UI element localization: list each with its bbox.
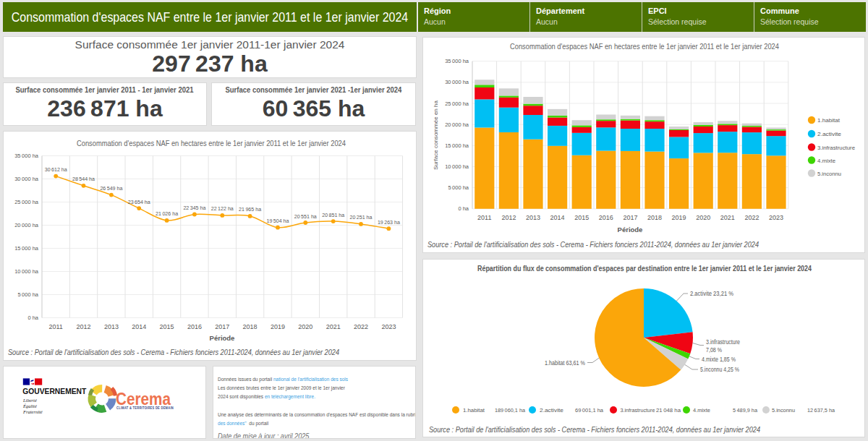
svg-text:2023: 2023	[769, 214, 783, 221]
svg-text:2018: 2018	[647, 214, 662, 221]
svg-text:2020: 2020	[298, 323, 312, 330]
svg-text:2020: 2020	[696, 214, 710, 221]
svg-text:20 000 ha: 20 000 ha	[445, 121, 469, 128]
svg-text:25 000 ha: 25 000 ha	[14, 199, 39, 205]
svg-text:7,08 %: 7,08 %	[706, 346, 722, 354]
svg-text:20 851 ha: 20 851 ha	[322, 212, 345, 218]
svg-text:Égalité: Égalité	[22, 403, 38, 408]
svg-text:2019: 2019	[271, 323, 285, 330]
svg-text:10 000 ha: 10 000 ha	[14, 268, 39, 275]
svg-text:2017: 2017	[215, 323, 229, 330]
svg-text:21 026 ha: 21 026 ha	[156, 210, 179, 217]
svg-text:Liberté: Liberté	[22, 398, 38, 403]
svg-text:69 001,1 ha: 69 001,1 ha	[575, 407, 604, 414]
svg-text:189 060,1 ha: 189 060,1 ha	[495, 407, 525, 414]
svg-text:2015: 2015	[160, 323, 174, 330]
svg-text:2.activite: 2.activite	[540, 407, 564, 414]
svg-text:2012: 2012	[76, 323, 90, 330]
svg-text:2011: 2011	[477, 214, 491, 221]
svg-text:30 612 ha: 30 612 ha	[45, 166, 68, 173]
svg-text:Source : Portail de l'artifici: Source : Portail de l'artificialisation …	[429, 425, 760, 434]
svg-text:2023: 2023	[381, 323, 396, 330]
svg-text:35 000 ha: 35 000 ha	[14, 153, 39, 159]
svg-text:2016: 2016	[187, 323, 202, 330]
svg-text:15 000 ha: 15 000 ha	[445, 142, 469, 149]
svg-text:GOUVERNEMENT: GOUVERNEMENT	[22, 387, 86, 395]
svg-text:2012: 2012	[501, 214, 516, 221]
svg-text:21 048 ha: 21 048 ha	[656, 407, 681, 414]
svg-text:2015: 2015	[574, 214, 589, 221]
svg-text:5.inconnu: 5.inconnu	[817, 171, 841, 177]
svg-text:2013: 2013	[104, 323, 119, 330]
svg-text:4.mixte 1,85 %: 4.mixte 1,85 %	[702, 356, 736, 363]
svg-text:2016: 2016	[599, 214, 613, 221]
svg-text:Source : Portail de l'artifici: Source : Portail de l'artificialisation …	[8, 348, 339, 356]
svg-text:4.mixte: 4.mixte	[693, 407, 711, 414]
svg-text:Consommation d'espaces NAF en: Consommation d'espaces NAF en hectares e…	[510, 42, 779, 51]
svg-text:2021: 2021	[720, 214, 735, 221]
svg-text:2022: 2022	[354, 323, 368, 330]
svg-text:Surface consommée en ha: Surface consommée en ha	[433, 100, 439, 170]
svg-text:4.mixte: 4.mixte	[817, 158, 836, 164]
svg-text:2018: 2018	[243, 323, 258, 330]
svg-text:5 000 ha: 5 000 ha	[17, 291, 38, 298]
svg-text:21 965 ha: 21 965 ha	[239, 206, 262, 213]
svg-text:5 489,9 ha: 5 489,9 ha	[733, 407, 757, 414]
svg-text:2014: 2014	[550, 214, 565, 221]
svg-text:0 ha: 0 ha	[27, 314, 38, 321]
svg-text:2013: 2013	[526, 214, 540, 221]
svg-text:2021: 2021	[326, 323, 341, 330]
svg-text:23 654 ha: 23 654 ha	[128, 199, 151, 205]
svg-text:Fraternité: Fraternité	[22, 409, 43, 414]
svg-text:3.infrastructure: 3.infrastructure	[706, 338, 740, 346]
svg-text:CLIMAT & TERRITOIRES DE DEMAIN: CLIMAT & TERRITOIRES DE DEMAIN	[116, 406, 174, 410]
svg-text:20 000 ha: 20 000 ha	[14, 222, 39, 228]
svg-text:30 000 ha: 30 000 ha	[445, 79, 469, 85]
svg-text:20 251 ha: 20 251 ha	[350, 214, 373, 220]
svg-text:10 000 ha: 10 000 ha	[445, 163, 469, 170]
svg-text:5.inconnu 4,25 %: 5.inconnu 4,25 %	[700, 366, 739, 373]
svg-text:5 000 ha: 5 000 ha	[448, 184, 469, 191]
svg-text:1.habitat: 1.habitat	[463, 407, 485, 414]
svg-text:2014: 2014	[132, 323, 146, 330]
svg-text:15 000 ha: 15 000 ha	[14, 245, 39, 252]
svg-text:35 000 ha: 35 000 ha	[445, 58, 469, 64]
svg-text:22 122 ha: 22 122 ha	[211, 205, 234, 212]
svg-text:26 549 ha: 26 549 ha	[100, 185, 123, 192]
svg-text:3.infrastructure: 3.infrastructure	[817, 145, 856, 151]
svg-text:25 000 ha: 25 000 ha	[445, 100, 469, 107]
svg-text:1.habitat: 1.habitat	[817, 117, 841, 124]
svg-text:Source : Portail de l'artifici: Source : Portail de l'artificialisation …	[427, 240, 759, 249]
svg-text:20 551 ha: 20 551 ha	[294, 213, 318, 220]
svg-text:22 345 ha: 22 345 ha	[183, 205, 206, 211]
svg-text:5.inconnu: 5.inconnu	[772, 407, 795, 414]
svg-text:2019: 2019	[672, 214, 686, 221]
svg-text:2.activite 23,21 %: 2.activite 23,21 %	[690, 290, 733, 297]
svg-text:3.infrastructure: 3.infrastructure	[621, 407, 655, 414]
svg-text:2017: 2017	[623, 214, 637, 221]
svg-text:Période: Période	[210, 334, 235, 342]
svg-text:19 504 ha: 19 504 ha	[267, 218, 290, 224]
svg-text:Période: Période	[618, 226, 643, 234]
svg-text:2.activite: 2.activite	[817, 131, 842, 137]
svg-text:0 ha: 0 ha	[458, 205, 469, 212]
svg-text:12 637,5 ha: 12 637,5 ha	[807, 407, 835, 414]
svg-text:1.habitat 63,61 %: 1.habitat 63,61 %	[545, 359, 585, 367]
svg-text:30 000 ha: 30 000 ha	[14, 176, 39, 182]
svg-text:19 263 ha: 19 263 ha	[378, 219, 401, 226]
svg-text:2022: 2022	[744, 214, 759, 221]
svg-text:Répartition du flux de consomm: Répartition du flux de consommation d'es…	[477, 264, 812, 273]
svg-text:Consommation d'espaces NAF en: Consommation d'espaces NAF en hectares e…	[77, 139, 346, 147]
svg-text:2011: 2011	[49, 323, 63, 330]
svg-text:28 544 ha: 28 544 ha	[72, 176, 95, 182]
